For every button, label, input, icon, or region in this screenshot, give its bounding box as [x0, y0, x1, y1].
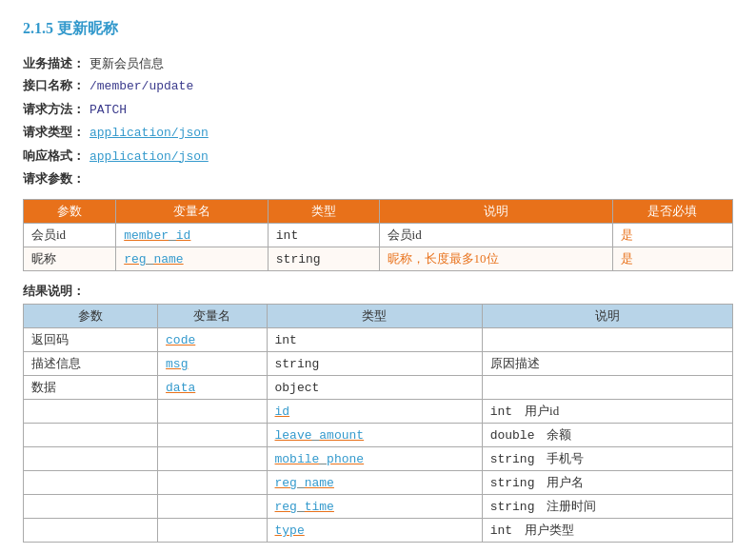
res-desc-0 — [482, 328, 732, 352]
content-type-value: application/json — [90, 122, 209, 144]
res-desc-4: double 余额 — [482, 424, 732, 447]
req-header-required: 是否必填 — [612, 200, 732, 224]
result-subtitle: 结果说明： — [23, 283, 733, 300]
table-row: 数据 data object — [24, 376, 733, 400]
table-row: leave_amount double 余额 — [24, 424, 733, 447]
res-var-1: msg — [158, 352, 267, 376]
res-type-2: object — [267, 376, 482, 400]
res-desc-6: string 用户名 — [482, 471, 732, 495]
response-label: 响应格式： — [23, 145, 90, 167]
res-type-8: type — [267, 519, 482, 543]
res-type-5: mobile_phone — [267, 447, 482, 471]
res-var-7 — [158, 495, 267, 519]
res-desc-1: 原因描述 — [482, 352, 732, 376]
response-value: application/json — [90, 146, 209, 168]
content-type-label: 请求类型： — [23, 121, 90, 143]
res-var-3 — [158, 400, 267, 424]
res-var-6 — [158, 471, 267, 495]
res-type-3: id — [267, 400, 482, 424]
req-param-0: 会员id — [24, 224, 116, 247]
res-desc-8: int 用户类型 — [482, 519, 732, 543]
req-header-type: 类型 — [268, 200, 379, 224]
res-type-7: reg_time — [267, 495, 482, 519]
res-param-0: 返回码 — [24, 328, 158, 352]
interface-label: 接口名称： — [23, 74, 90, 96]
table-row: type int 用户类型 — [24, 519, 733, 543]
table-row: id int 用户id — [24, 400, 733, 424]
res-type-1: string — [267, 352, 482, 376]
table-row: mobile_phone string 手机号 — [24, 447, 733, 471]
res-header-param: 参数 — [24, 305, 158, 328]
req-param-1: 昵称 — [24, 247, 116, 271]
res-desc-5: string 手机号 — [482, 447, 732, 471]
method-value: PATCH — [90, 99, 127, 121]
table-row: reg_time string 注册时间 — [24, 495, 733, 519]
res-param-8 — [24, 519, 158, 543]
params-label: 请求参数： — [23, 168, 90, 189]
result-table: 参数 变量名 类型 说明 返回码 code int 描述信息 msg strin… — [23, 304, 733, 543]
req-var-0: member_id — [116, 224, 269, 247]
table-row: 会员id member_id int 会员id 是 — [24, 224, 733, 247]
req-type-0: int — [268, 224, 379, 247]
res-var-0: code — [158, 328, 267, 352]
interface-value: /member/update — [90, 75, 193, 97]
section-title: 2.1.5 更新昵称 — [23, 19, 733, 39]
res-param-4 — [24, 424, 158, 447]
res-desc-2 — [482, 376, 732, 400]
business-label: 业务描述： — [23, 52, 90, 74]
res-var-4 — [158, 424, 267, 447]
res-header-var: 变量名 — [158, 305, 267, 328]
request-params-table: 参数 变量名 类型 说明 是否必填 会员id member_id int 会员i… — [23, 199, 733, 271]
req-desc-0: 会员id — [379, 224, 612, 247]
req-desc-1: 昵称，长度最多10位 — [379, 247, 612, 271]
res-desc-7: string 注册时间 — [482, 495, 732, 519]
req-type-1: string — [268, 247, 379, 271]
res-param-6 — [24, 471, 158, 495]
req-header-var: 变量名 — [116, 200, 269, 224]
table-row: 描述信息 msg string 原因描述 — [24, 352, 733, 376]
res-param-5 — [24, 447, 158, 471]
table-row: reg_name string 用户名 — [24, 471, 733, 495]
business-value: 更新会员信息 — [90, 52, 164, 74]
table-row: 昵称 reg_name string 昵称，长度最多10位 是 — [24, 247, 733, 271]
res-header-desc: 说明 — [482, 305, 732, 328]
res-param-2: 数据 — [24, 376, 158, 400]
res-var-8 — [158, 519, 267, 543]
req-required-1: 是 — [612, 247, 732, 271]
res-var-2: data — [158, 376, 267, 400]
res-var-5 — [158, 447, 267, 471]
req-required-0: 是 — [612, 224, 732, 247]
method-label: 请求方法： — [23, 98, 90, 120]
res-param-1: 描述信息 — [24, 352, 158, 376]
table-row: 返回码 code int — [24, 328, 733, 352]
req-var-1: reg_name — [116, 247, 269, 271]
req-header-param: 参数 — [24, 200, 116, 224]
res-desc-3: int 用户id — [482, 400, 732, 424]
res-type-4: leave_amount — [267, 424, 482, 447]
res-type-6: reg_name — [267, 471, 482, 495]
res-param-7 — [24, 495, 158, 519]
req-header-desc: 说明 — [379, 200, 612, 224]
res-header-type: 类型 — [267, 305, 482, 328]
res-param-3 — [24, 400, 158, 424]
res-type-0: int — [267, 328, 482, 352]
